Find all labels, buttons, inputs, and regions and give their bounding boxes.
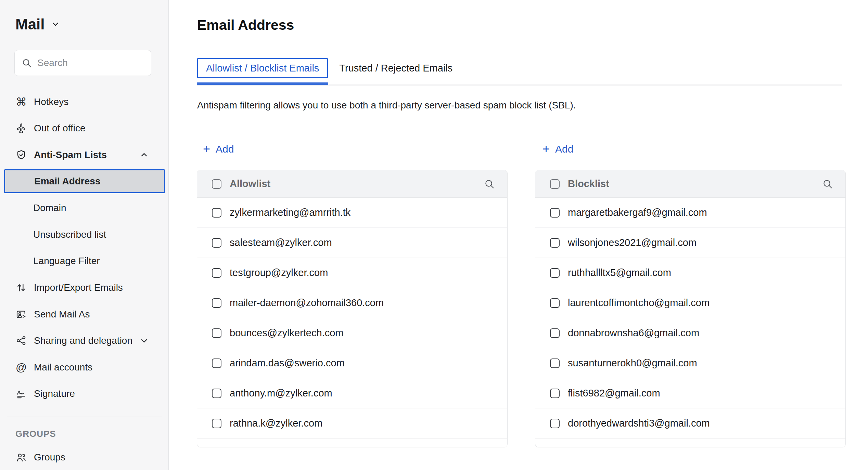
email-text: laurentcoffimontcho@gmail.com xyxy=(568,297,710,309)
email-text: arindam.das@swerio.com xyxy=(230,357,345,369)
checkbox[interactable] xyxy=(550,238,560,248)
sidebar-item-anti-spam-lists[interactable]: Anti-Spam Lists xyxy=(0,142,169,168)
list-item: flist6982@gmail.com xyxy=(535,378,845,408)
checkbox[interactable] xyxy=(550,328,560,338)
add-button-label: Add xyxy=(216,143,234,155)
sidebar-item-label: Import/Export Emails xyxy=(34,282,123,293)
search-input[interactable] xyxy=(37,57,161,68)
list-item: mailer-daemon@zohomail360.com xyxy=(197,288,507,318)
list-item: zylkermarketing@amrrith.tk xyxy=(197,198,507,228)
sidebar-item-language-filter[interactable]: Language Filter xyxy=(0,248,169,275)
checkbox[interactable] xyxy=(212,389,221,398)
chevron-down-icon xyxy=(51,20,60,29)
email-text: anthony.m@zylker.com xyxy=(230,388,332,399)
search-icon[interactable] xyxy=(822,179,833,190)
sidebar-item-label: Sharing and delegation xyxy=(34,335,132,346)
checkbox[interactable] xyxy=(212,358,221,368)
checkbox[interactable] xyxy=(550,208,560,218)
sidebar-item-mail-accounts[interactable]: @ Mail accounts xyxy=(0,354,169,381)
shield-check-icon xyxy=(15,149,27,160)
share-icon xyxy=(15,335,27,346)
email-text: margaretbakergaf9@gmail.com xyxy=(568,207,707,218)
list-item: donnabrownsha6@gmail.com xyxy=(535,318,845,348)
sidebar-item-label: Language Filter xyxy=(33,256,100,266)
sidebar-item-send-mail-as[interactable]: Send Mail As xyxy=(0,301,169,328)
chevron-up-icon[interactable] xyxy=(139,150,149,160)
sidebar-item-label: Groups xyxy=(34,452,65,463)
email-text: rathna.k@zylker.com xyxy=(230,418,322,429)
checkbox[interactable] xyxy=(212,208,221,218)
sidebar-item-groups[interactable]: Groups xyxy=(0,444,169,470)
checkbox[interactable] xyxy=(212,268,221,278)
checkbox[interactable] xyxy=(550,389,560,398)
sidebar-divider xyxy=(7,417,162,417)
checkbox[interactable] xyxy=(550,298,560,308)
checkbox[interactable] xyxy=(212,419,221,428)
add-button-label: Add xyxy=(555,143,573,155)
sidebar-item-hotkeys[interactable]: ⌘ Hotkeys xyxy=(0,89,169,115)
sidebar-item-email-address[interactable]: Email Address xyxy=(4,169,165,194)
select-all-checkbox[interactable] xyxy=(212,179,221,189)
allowlist-add-button[interactable]: + Add xyxy=(203,143,234,155)
send-mail-as-icon xyxy=(15,309,27,320)
list-item: margaretbakergaf9@gmail.com xyxy=(535,198,845,228)
sidebar-item-label: Unsubscribed list xyxy=(33,229,106,240)
tab-allowlist-blocklist-emails[interactable]: Allowlist / Blocklist Emails xyxy=(197,58,328,78)
signature-icon xyxy=(15,388,27,399)
email-text: salesteam@zylker.com xyxy=(230,237,332,248)
checkbox[interactable] xyxy=(550,358,560,368)
list-item: ruthhallltx5@gmail.com xyxy=(535,258,845,288)
email-text: mailer-daemon@zohomail360.com xyxy=(230,297,384,309)
email-text: donnabrownsha6@gmail.com xyxy=(568,327,699,339)
list-item: anthony.m@zylker.com xyxy=(197,378,507,408)
airplane-icon xyxy=(15,123,27,134)
select-all-checkbox[interactable] xyxy=(550,179,560,189)
chevron-down-icon[interactable] xyxy=(139,336,149,345)
tab-trusted-rejected-emails[interactable]: Trusted / Rejected Emails xyxy=(338,58,454,78)
sidebar-search[interactable] xyxy=(14,50,151,76)
email-text: flist6982@gmail.com xyxy=(568,388,660,399)
command-icon: ⌘ xyxy=(15,96,27,107)
sidebar-item-domain[interactable]: Domain xyxy=(0,195,169,221)
sidebar-item-label: Anti-Spam Lists xyxy=(34,149,107,160)
page-title: Email Address xyxy=(197,17,294,33)
tab-label: Trusted / Rejected Emails xyxy=(339,63,452,74)
list-item: susanturnerokh0@gmail.com xyxy=(535,348,845,378)
checkbox[interactable] xyxy=(212,238,221,248)
allowlist-panel: Allowlist zylkermarketing@amrrith.tk sal… xyxy=(197,170,508,447)
blocklist-add-button[interactable]: + Add xyxy=(542,143,573,155)
sidebar-item-signature[interactable]: Signature xyxy=(0,381,169,407)
sidebar-item-label: Send Mail As xyxy=(34,309,90,320)
checkbox[interactable] xyxy=(550,419,560,428)
email-text: susanturnerokh0@gmail.com xyxy=(568,357,697,369)
sidebar-item-unsubscribed-list[interactable]: Unsubscribed list xyxy=(0,221,169,248)
list-item: wilsonjones2021@gmail.com xyxy=(535,228,845,258)
groups-icon xyxy=(15,452,27,463)
search-icon xyxy=(22,58,32,68)
sidebar-item-label: Domain xyxy=(33,203,66,213)
sidebar-item-label: Email Address xyxy=(34,176,100,187)
list-item: arindam.das@swerio.com xyxy=(197,348,507,378)
email-text: ruthhallltx5@gmail.com xyxy=(568,267,671,278)
sidebar-item-label: Signature xyxy=(34,388,75,399)
checkbox[interactable] xyxy=(550,268,560,278)
app-switcher[interactable]: Mail xyxy=(15,16,60,33)
list-item: dorothyedwardshti3@gmail.com xyxy=(535,408,845,439)
email-text: dorothyedwardshti3@gmail.com xyxy=(568,418,710,429)
sidebar-nav: ⌘ Hotkeys Out of office Anti-Spam Lists … xyxy=(0,89,169,407)
checkbox[interactable] xyxy=(212,328,221,338)
list-item: bounces@zylkertech.com xyxy=(197,318,507,348)
settings-sidebar: Mail ⌘ Hotkeys Out of office Anti-Spam L… xyxy=(0,0,169,470)
sidebar-item-sharing-and-delegation[interactable]: Sharing and delegation xyxy=(0,327,169,354)
sidebar-item-out-of-office[interactable]: Out of office xyxy=(0,115,169,142)
sidebar-item-label: Hotkeys xyxy=(34,96,68,107)
panel-title: Blocklist xyxy=(568,178,822,190)
panel-title: Allowlist xyxy=(230,178,484,190)
checkbox[interactable] xyxy=(212,298,221,308)
at-icon: @ xyxy=(15,362,27,373)
tab-strip: Allowlist / Blocklist Emails Trusted / R… xyxy=(197,58,842,86)
allowlist-panel-header: Allowlist xyxy=(197,170,507,198)
sidebar-item-label: Out of office xyxy=(34,123,85,134)
sidebar-item-import-export-emails[interactable]: Import/Export Emails xyxy=(0,274,169,301)
search-icon[interactable] xyxy=(484,179,495,190)
